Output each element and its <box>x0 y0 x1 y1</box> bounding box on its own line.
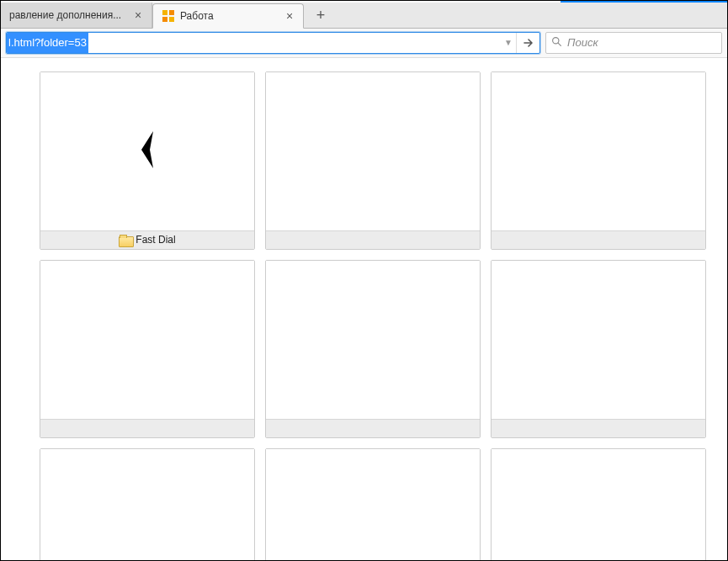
tile-caption <box>492 419 705 437</box>
tile-empty[interactable] <box>265 71 481 250</box>
search-placeholder: Поиск <box>567 36 598 49</box>
tab-title: Работа <box>180 10 278 22</box>
go-arrow-icon[interactable] <box>516 33 539 53</box>
tile-empty[interactable] <box>491 71 706 250</box>
close-icon[interactable]: × <box>283 9 296 23</box>
tile-caption-text: Fast Dial <box>136 234 175 246</box>
tab-addons[interactable]: равление дополнения... × <box>1 3 152 28</box>
tile-thumb <box>40 72 254 230</box>
url-bar[interactable]: l.html?folder=53 ▼ <box>6 32 540 54</box>
tab-title: равление дополнения... <box>9 9 126 21</box>
tab-fastdial[interactable]: Работа × <box>152 3 304 29</box>
browser-window: равление дополнения... × Работа × + l.ht… <box>0 0 728 561</box>
tile-empty[interactable] <box>265 260 481 438</box>
tile-caption: Fast Dial <box>40 230 254 249</box>
close-icon[interactable]: × <box>131 8 145 22</box>
tile-thumb <box>492 261 705 419</box>
tile-thumb <box>492 72 705 230</box>
fastdial-favicon-icon <box>162 9 175 23</box>
tile-caption <box>492 230 705 249</box>
tile-back[interactable]: Fast Dial <box>40 71 255 250</box>
tile-empty[interactable] <box>265 448 481 560</box>
tile-empty[interactable] <box>40 260 255 438</box>
speed-dial-content: Fast Dial <box>1 58 727 560</box>
svg-line-1 <box>558 43 561 45</box>
tile-caption <box>266 230 480 249</box>
new-tab-button[interactable]: + <box>309 4 332 28</box>
tile-empty[interactable] <box>491 260 706 438</box>
tile-empty[interactable] <box>491 448 706 560</box>
folder-icon <box>119 235 132 246</box>
tile-thumb <box>492 449 705 560</box>
tile-empty[interactable] <box>40 448 255 560</box>
nav-toolbar: l.html?folder=53 ▼ Поиск <box>1 29 727 58</box>
tile-thumb <box>40 261 254 419</box>
tile-caption <box>40 419 254 437</box>
search-icon <box>551 36 562 50</box>
tile-thumb <box>266 449 480 560</box>
tile-thumb <box>266 72 480 230</box>
tile-caption <box>266 419 480 437</box>
chevron-down-icon[interactable]: ▼ <box>501 38 516 47</box>
speed-dial-grid: Fast Dial <box>1 58 727 560</box>
search-bar[interactable]: Поиск <box>545 32 722 54</box>
tile-thumb <box>40 449 254 560</box>
url-selected-text: l.html?folder=53 <box>7 33 88 53</box>
chevron-left-icon <box>133 128 162 175</box>
tile-thumb <box>266 261 480 419</box>
tab-strip: равление дополнения... × Работа × + <box>1 3 727 29</box>
